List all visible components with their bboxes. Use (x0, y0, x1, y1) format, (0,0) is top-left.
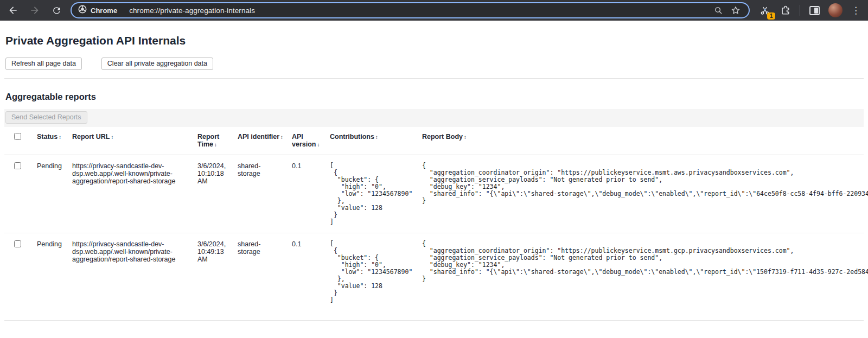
row-checkbox[interactable] (14, 162, 21, 169)
table-header-row: Status↕ Report URL↕ Report Time↕ API ide… (4, 126, 864, 155)
browser-toolbar: Chrome chrome://private-aggregation-inte… (0, 0, 868, 21)
report-time-cell: 3/6/2024, 10:49:13 AM (197, 233, 238, 321)
refresh-all-button[interactable]: Refresh all page data (5, 58, 82, 70)
side-panel-icon (809, 6, 820, 15)
reload-icon (52, 5, 62, 16)
sort-icon: ↕ (317, 142, 320, 148)
column-header-report-url[interactable]: Report URL↕ (72, 126, 197, 155)
status-cell: Pending (37, 155, 72, 233)
profile-avatar[interactable] (828, 3, 843, 17)
bookmark-button[interactable] (729, 4, 742, 17)
sort-icon: ↕ (111, 134, 113, 140)
table-row: Pending https://privacy-sandcastle-dev-d… (4, 155, 864, 233)
page-title: Private Aggregation API Internals (5, 34, 864, 47)
kebab-menu-icon: ⋮ (851, 5, 860, 16)
menu-button[interactable]: ⋮ (850, 6, 861, 15)
api-identifier-cell: shared-storage (238, 233, 292, 321)
sort-icon: ↕ (59, 134, 61, 140)
zoom-button[interactable] (712, 4, 725, 17)
send-selected-reports-button: Send Selected Reports (5, 111, 87, 124)
chrome-url-chip: Chrome (78, 5, 117, 16)
star-icon (731, 5, 741, 15)
back-arrow-icon (8, 5, 18, 16)
chrome-logo-icon (78, 5, 87, 16)
section-divider (4, 78, 864, 79)
extension-badge: 1 (767, 12, 775, 20)
clear-all-button[interactable]: Clear all private aggregation data (101, 58, 213, 70)
sort-icon: ↕ (280, 134, 283, 140)
select-all-checkbox[interactable] (14, 133, 21, 140)
toolbar-separator (800, 5, 800, 16)
sort-icon: ↕ (464, 134, 467, 140)
column-header-report-body[interactable]: Report Body↕ (422, 126, 864, 155)
column-header-report-time[interactable]: Report Time↕ (197, 126, 238, 155)
column-header-api-identifier[interactable]: API identifier↕ (238, 126, 292, 155)
aggregatable-reports-heading: Aggregatable reports (5, 92, 864, 102)
magnifier-icon (714, 6, 723, 15)
contributions-cell: [ { "bucket": { "high": "0", "low": "123… (330, 155, 422, 233)
column-header-contributions[interactable]: Contributions↕ (330, 126, 422, 155)
address-bar[interactable]: Chrome chrome://private-aggregation-inte… (71, 2, 750, 18)
column-header-status[interactable]: Status↕ (37, 126, 72, 155)
page-content: Private Aggregation API Internals Refres… (0, 34, 868, 321)
reload-button[interactable] (50, 4, 63, 17)
forward-button[interactable] (28, 4, 41, 17)
report-body-cell: { "aggregation_coordinator_origin": "htt… (422, 233, 864, 321)
report-body-cell: { "aggregation_coordinator_origin": "htt… (422, 155, 864, 233)
report-time-cell: 3/6/2024, 10:10:18 AM (197, 155, 238, 233)
back-button[interactable] (7, 4, 20, 17)
table-row: Pending https://privacy-sandcastle-dev-d… (4, 233, 864, 321)
puzzle-icon (780, 5, 791, 16)
url-text[interactable]: chrome://private-aggregation-internals (129, 7, 255, 15)
contributions-cell: [ { "bucket": { "high": "0", "low": "123… (330, 233, 422, 321)
report-url-cell: https://privacy-sandcastle-dev-dsp.web.a… (72, 233, 197, 321)
sort-icon: ↕ (214, 142, 217, 148)
report-url-cell: https://privacy-sandcastle-dev-dsp.web.a… (72, 155, 197, 233)
sort-icon: ↕ (375, 134, 378, 140)
api-version-cell: 0.1 (292, 233, 330, 321)
column-header-api-version[interactable]: API version↕ (292, 126, 330, 155)
chrome-chip-label: Chrome (91, 7, 117, 15)
reports-toolbar: Send Selected Reports (4, 109, 864, 126)
status-cell: Pending (37, 233, 72, 321)
api-identifier-cell: shared-storage (238, 155, 292, 233)
reports-table: Status↕ Report URL↕ Report Time↕ API ide… (4, 126, 864, 321)
scissors-extension-button[interactable]: 1 (758, 4, 771, 17)
side-panel-button[interactable] (808, 4, 821, 17)
forward-arrow-icon (29, 5, 40, 16)
api-version-cell: 0.1 (292, 155, 330, 233)
extensions-button[interactable] (779, 4, 792, 17)
row-checkbox[interactable] (14, 240, 21, 247)
